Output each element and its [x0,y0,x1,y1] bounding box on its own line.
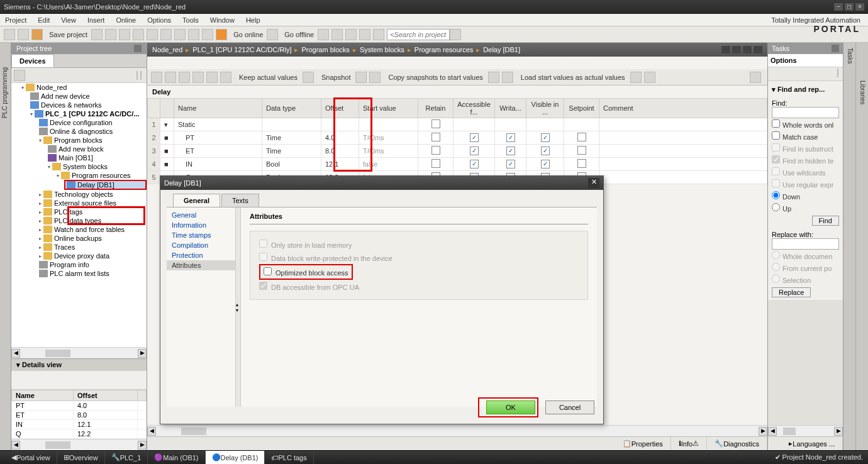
dialog-titlebar[interactable]: Delay [DB1] ✕ [160,176,603,190]
menu-online[interactable]: Online [116,16,136,24]
project-search-input[interactable] [387,29,450,40]
load-icon-1[interactable] [630,72,642,83]
table-row[interactable]: 2■PTTime4.0T#0ms ✓✓✓ [148,131,767,145]
e-icon[interactable] [373,29,384,40]
table-row[interactable]: 1▾Static [148,118,767,131]
redo-icon[interactable] [160,29,172,40]
dialog-tab-general[interactable]: General [173,194,220,207]
plc-tab[interactable]: 🔧 PLC_1 [105,451,148,464]
ed-icon-4[interactable] [192,72,204,83]
splitter-down-icon[interactable]: ▾ [236,307,240,313]
gooffline-icon[interactable] [267,29,278,40]
download-icon[interactable] [174,29,186,40]
nav-compilation[interactable]: Compilation [167,240,235,250]
tree-item-delay-db1[interactable]: Delay [DB1] [64,180,147,190]
menu-help[interactable]: Help [246,16,260,24]
ed-max-icon[interactable] [732,46,741,53]
ed-icon-3[interactable] [179,72,190,83]
c-icon[interactable] [345,29,357,40]
ed-min-icon[interactable] [721,46,730,53]
nav-timestamps[interactable]: Time stamps [167,230,235,240]
menu-project[interactable]: Project [5,16,26,24]
menu-edit[interactable]: Edit [38,16,50,24]
open-icon[interactable] [18,29,29,40]
tasks-pin-icon[interactable] [832,45,839,52]
dialog-close-icon[interactable]: ✕ [588,178,599,188]
ed-expand-icon[interactable] [750,72,761,83]
table-row[interactable]: 3■ETTime8.0T#0ms ✓✓✓ [148,145,767,158]
opt-icon[interactable] [837,69,838,77]
portal-view-button[interactable]: ◀ Portal view [5,451,57,464]
right-vertical-tab-tasks[interactable]: Tasks [843,43,855,450]
menu-window[interactable]: Window [210,16,235,24]
tree-hscroll[interactable]: ◀▶ [11,347,147,358]
ok-button[interactable]: OK [486,400,535,414]
devices-tab[interactable]: Devices [11,54,54,67]
paste-icon[interactable] [133,29,144,40]
tree-icon-c[interactable] [140,71,142,80]
ed-close-icon[interactable] [754,46,762,53]
replace-button[interactable]: Replace [772,287,811,297]
nav-protection[interactable]: Protection [167,250,235,260]
right-vertical-tab-libraries[interactable]: Libraries [855,43,868,450]
upload-icon[interactable] [188,29,199,40]
minimize-button[interactable]: − [834,3,843,11]
d-icon[interactable] [359,29,370,40]
up-radio[interactable] [772,203,780,211]
table-row[interactable]: 4■INBool12.1false ✓✓✓ [148,158,767,171]
project-tree[interactable]: Node_red Add new device Devices & networ… [11,83,147,347]
nav-general[interactable]: General [167,210,235,220]
match-case-checkbox[interactable] [772,131,780,140]
snap-icon-1[interactable] [355,72,367,83]
optimized-access-checkbox[interactable] [264,267,272,275]
menu-tools[interactable]: Tools [182,16,199,24]
copy-icon[interactable] [119,29,130,40]
a-icon[interactable] [318,29,329,40]
menu-options[interactable]: Options [147,16,171,24]
diagnostics-tab[interactable]: 🔧 Diagnostics [707,437,767,450]
languages-tab[interactable]: ▸ Languages ... [781,437,843,450]
properties-tab[interactable]: 📋 Properties [615,437,671,450]
snap-icon-2[interactable] [369,72,381,83]
down-radio[interactable] [772,191,780,199]
goonline-icon[interactable] [216,29,227,40]
keep-icon[interactable] [303,72,314,83]
ed-icon-5[interactable] [206,72,218,83]
replace-input[interactable] [772,238,839,250]
nav-information[interactable]: Information [167,220,235,230]
pin-icon[interactable] [134,45,142,52]
ed-icon-2[interactable] [165,72,176,83]
editor-hscroll[interactable]: ◀▶ [147,425,767,436]
tasks-hscroll[interactable]: ◀▶ [768,425,843,436]
maximize-button[interactable]: □ [845,3,854,11]
splitter-up-icon[interactable]: ▴ [236,302,240,307]
overview-tab[interactable]: ⊞ Overview [57,451,105,464]
cut-icon[interactable] [105,29,116,40]
search-icon[interactable] [202,29,213,40]
close-button[interactable]: × [855,3,864,11]
save-icon[interactable] [31,29,43,40]
b-icon[interactable] [331,29,343,40]
dialog-tab-texts[interactable]: Texts [221,194,259,207]
load-icon-2[interactable] [644,72,655,83]
menu-insert[interactable]: Insert [87,16,105,24]
nav-attributes[interactable]: Attributes [167,260,235,270]
copy-icon-1[interactable] [488,72,499,83]
print-icon[interactable] [91,29,103,40]
left-vertical-tab[interactable]: PLC programming [0,43,11,450]
ed-icon-1[interactable] [151,72,162,83]
cancel-button[interactable]: Cancel [545,400,594,414]
find-input[interactable] [772,107,839,118]
delay-db1-tab[interactable]: 🔵 Delay (DB1) [206,451,265,464]
menu-view[interactable]: View [61,16,76,24]
ed-icon-6[interactable] [220,72,231,83]
undo-icon[interactable] [147,29,158,40]
whole-words-checkbox[interactable] [772,119,780,128]
tree-icon-b[interactable] [136,71,138,80]
main-ob1-tab[interactable]: 🟣 Main (OB1) [148,451,205,464]
tree-icon-a[interactable] [14,70,25,81]
ed-restore-icon[interactable] [743,46,752,53]
new-icon[interactable] [4,29,15,40]
find-button[interactable]: Find [812,216,839,226]
details-hscroll[interactable]: ◀▶ [11,439,147,450]
